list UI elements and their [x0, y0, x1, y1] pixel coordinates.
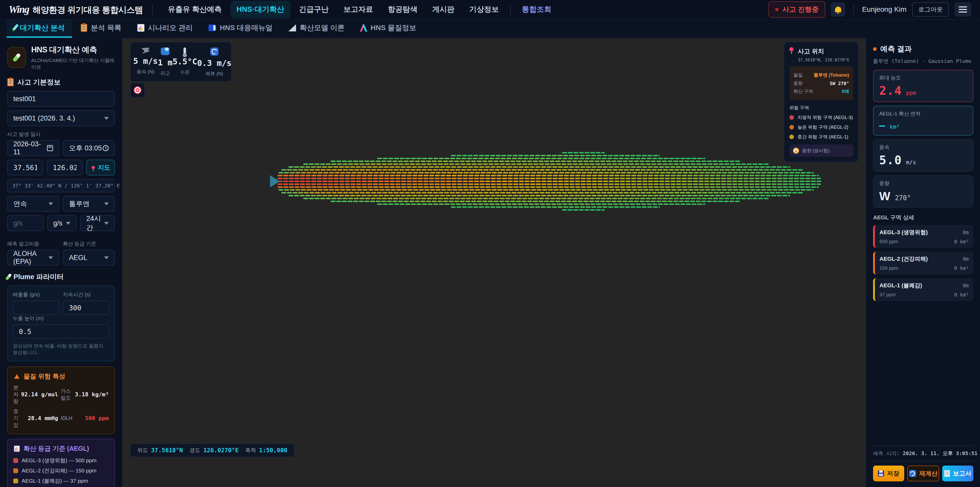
- report-button[interactable]: 보고서: [942, 466, 974, 481]
- app-title: 해양환경 위기대응 통합시스템: [32, 4, 143, 16]
- sustain-time-input[interactable]: [63, 300, 109, 315]
- save-button-label: 저장: [887, 469, 899, 477]
- wind-mode-toggle[interactable]: 풍향 (방사형): [789, 145, 853, 157]
- substance-key: 물질: [794, 72, 803, 78]
- tab-hns-substance-info[interactable]: HNS 물질정보: [353, 19, 423, 38]
- temp-value: 5.5°C: [172, 57, 197, 66]
- compass-icon: [793, 148, 799, 154]
- timestamp-value: 2026. 3. 11. 오후 3:05:51: [903, 450, 977, 457]
- current-label: 해류 (N): [205, 70, 223, 77]
- chart-icon: [137, 24, 145, 32]
- lng-label: 경도: [189, 447, 200, 454]
- aegl-legend-item: AEGL-1 (불쾌감) — 37 ppm: [13, 477, 109, 484]
- zone-ppm: 37 ppm: [880, 292, 896, 297]
- save-button[interactable]: 저장: [873, 466, 904, 481]
- release-mode-select[interactable]: 연속: [7, 196, 59, 212]
- temp-label: 수온: [180, 69, 189, 76]
- aegl-legend-box: 확산 등급 기준 (AEGL) AEGL-3 (생명위협) — 500 ppm …: [7, 439, 115, 487]
- hazard-value-idlh: 500 ppm: [75, 415, 109, 422]
- card-value: 2.4: [879, 84, 902, 97]
- legend-item: 중간 위험 구역 (AEGL-1): [789, 134, 853, 140]
- clipboard-icon: [7, 78, 14, 86]
- ruler-icon: [288, 24, 296, 31]
- nav-hns-dispersion[interactable]: HNS·대기확산: [231, 1, 290, 18]
- incident-select[interactable]: test001 (2026. 3. 4.): [7, 110, 115, 126]
- wave-icon: [161, 48, 169, 55]
- duration-select[interactable]: 24시간: [80, 215, 115, 231]
- recalculate-button[interactable]: 재계산: [907, 466, 939, 481]
- algorithm-select[interactable]: ALOHA (EPA): [7, 250, 59, 266]
- zone-name: AEGL-2 (건강피해): [880, 255, 928, 263]
- date-input[interactable]: 2026-03-11: [7, 140, 59, 156]
- nav-integrated-search[interactable]: 통합조회: [516, 1, 558, 18]
- aegl-legend-label: AEGL-1 (불쾌감) — 37 ppm: [22, 477, 88, 484]
- notifications-button[interactable]: [831, 2, 845, 17]
- plume-visualization: [123, 38, 866, 487]
- section-title: 사고 기본정보: [18, 78, 61, 87]
- time-value: 오후 03:05: [69, 144, 102, 153]
- nav-weather[interactable]: 기상정보: [463, 1, 505, 18]
- map-canvas[interactable]: 5 m/s 풍속 (N) 1 m 파고 5.5°C 수온 0.3 m/s 해류 …: [123, 38, 866, 487]
- substance-select[interactable]: 톨루엔: [63, 196, 115, 212]
- map-pick-button[interactable]: 지도: [86, 160, 115, 176]
- nav-oil-spill[interactable]: 유출유 확산예측: [162, 1, 228, 18]
- card-unit: ppm: [906, 89, 916, 96]
- card-label: 풍속: [879, 144, 967, 151]
- chevron-down-icon: [104, 222, 109, 225]
- emission-rate-input[interactable]: [13, 300, 59, 315]
- book-icon: [208, 24, 216, 31]
- rate-unit-select[interactable]: g/s: [47, 215, 77, 231]
- nav-divider-2: [510, 4, 511, 14]
- aegl2-dot-icon: [789, 125, 794, 129]
- tab-label: 확산모델 이론: [300, 23, 345, 33]
- tab-hns-manual[interactable]: HNS 대응매뉴얼: [201, 19, 280, 38]
- sub-tabbar: 대기확산 분석 분석 목록 시나리오 관리 HNS 대응매뉴얼 확산모델 이론 …: [0, 19, 980, 38]
- scale-value: 1:50,000: [259, 447, 287, 453]
- menu-button[interactable]: [955, 2, 971, 17]
- chevron-down-icon: [104, 117, 109, 120]
- logout-button[interactable]: 로그아웃: [912, 2, 949, 17]
- wind-label: 풍속 (N): [137, 69, 154, 75]
- substance-value: 톨루엔: [69, 199, 89, 208]
- weather-wind: 5 m/s 풍속 (N): [133, 48, 158, 77]
- incident-section-header: 사고 기본정보: [7, 78, 115, 87]
- longitude-input[interactable]: [47, 160, 83, 176]
- aegl-legend-label: AEGL-3 (생명위협) — 500 ppm: [22, 457, 97, 464]
- zone-name: AEGL-1 (불쾌감): [880, 282, 922, 289]
- zone-ppm: 500 ppm: [880, 239, 898, 244]
- tab-scenario-management[interactable]: 시나리오 관리: [130, 19, 200, 38]
- result-dot-icon: [873, 47, 877, 51]
- danger-zone-legend-title: 위험 구역: [789, 105, 853, 111]
- legend-item: 치명적 위험 구역 (AEGL-3): [789, 114, 853, 121]
- plume-parameters-box: 배출률 (g/s) 지속시간 (s) 누출 높이 (m) 정상상태 연속 배출.…: [7, 286, 115, 361]
- grade-standard-select[interactable]: AEGL: [63, 250, 115, 266]
- aegl-detail-title: AEGL 구역 상세: [873, 214, 974, 221]
- duration-value: 24시간: [86, 214, 104, 232]
- card-value: 5.0: [879, 153, 902, 167]
- hazard-value: 92.14 g/mol: [21, 391, 58, 398]
- release-rate-input[interactable]: [7, 215, 44, 231]
- map-button-label: 지도: [98, 163, 110, 172]
- nav-reports[interactable]: 보고자료: [337, 1, 379, 18]
- aegl1-zone-row: AEGL-1 (불쾌감) 0m 37 ppm 0 km²: [873, 278, 974, 301]
- footer-divider: [873, 461, 974, 461]
- hazard-label: 가스밀도: [61, 388, 73, 401]
- tab-dispersion-analysis[interactable]: 대기확산 분석: [6, 19, 72, 38]
- time-input[interactable]: 오후 03:05: [63, 140, 115, 156]
- tab-analysis-list[interactable]: 분석 목록: [73, 19, 129, 38]
- latitude-input[interactable]: [7, 160, 43, 176]
- incident-panel-title: 사고 위치: [798, 47, 850, 56]
- incident-name-input[interactable]: [7, 91, 115, 107]
- nav-board[interactable]: 게시판: [426, 1, 461, 18]
- recenter-button[interactable]: [130, 83, 145, 97]
- card-label: AEGL-1 확산 면적: [879, 110, 967, 117]
- nav-air-search[interactable]: 항공탐색: [382, 1, 424, 18]
- leak-height-input[interactable]: [13, 324, 109, 339]
- emission-rate-label: 배출률 (g/s): [13, 291, 59, 298]
- incident-coords: 37.5618°N, 126.0270°E: [798, 57, 850, 62]
- tab-model-theory[interactable]: 확산모델 이론: [281, 19, 352, 38]
- card-label: 풍향: [879, 180, 967, 187]
- nav-rescue[interactable]: 긴급구난: [293, 1, 335, 18]
- aegl1-swatch-icon: [13, 479, 18, 484]
- hazard-label: 분자량: [13, 384, 18, 405]
